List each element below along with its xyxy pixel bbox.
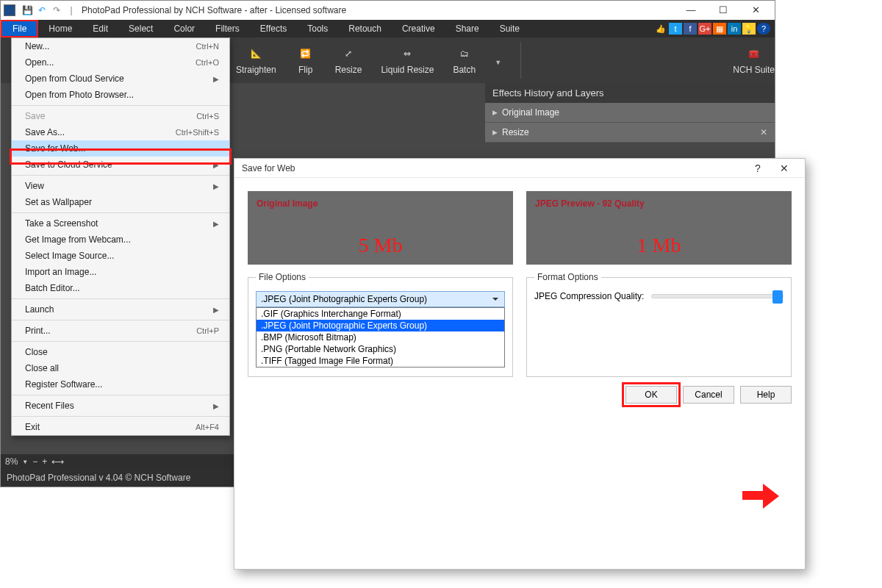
file-menu-get-image-from-webcam[interactable]: Get Image from Webcam... <box>12 232 229 248</box>
format-option[interactable]: .TIFF (Tagged Image File Format) <box>257 355 504 367</box>
help-button[interactable]: Help <box>740 386 792 404</box>
ribbon-resize[interactable]: ⤢Resize <box>335 46 362 75</box>
chevron-right-icon: ▶ <box>213 306 219 314</box>
jpeg-preview-title: JPEG Preview - 92 Quality <box>526 191 792 209</box>
titlebar-separator: | <box>65 5 78 15</box>
in-icon[interactable]: in <box>728 23 741 35</box>
dialog-titlebar: Save for Web ? ✕ <box>234 159 805 178</box>
format-option[interactable]: .GIF (Graphics Interchange Format) <box>257 308 504 320</box>
dialog-help-button[interactable]: ? <box>745 162 771 174</box>
menu-filters[interactable]: Filters <box>205 20 250 37</box>
format-option[interactable]: .JPEG (Joint Photographic Experts Group) <box>257 320 504 331</box>
like-icon[interactable]: 👍 <box>654 23 667 35</box>
file-menu-save-as[interactable]: Save As...Ctrl+Shift+S <box>12 124 229 140</box>
dialog-title: Save for Web <box>242 163 295 173</box>
menu-retouch[interactable]: Retouch <box>338 20 392 37</box>
zoom-out-button[interactable]: − <box>32 456 37 467</box>
chevron-right-icon: ▶ <box>213 182 219 190</box>
original-preview-size: 5 Mb <box>248 231 513 265</box>
liquid-resize-icon: ⇔ <box>397 46 417 62</box>
original-preview-title: Original Image <box>248 191 513 209</box>
effects-panel: Effects History and Layers ▶Original Ima… <box>485 83 775 143</box>
file-menu-close-all[interactable]: Close all <box>12 360 229 376</box>
ribbon-batch-dropdown-icon[interactable]: ▼ <box>495 54 501 66</box>
menu-effects[interactable]: Effects <box>250 20 297 37</box>
file-menu-print[interactable]: Print...Ctrl+P <box>12 323 229 339</box>
menu-suite[interactable]: Suite <box>490 20 530 37</box>
file-menu-set-as-wallpaper[interactable]: Set as Wallpaper <box>12 194 229 210</box>
chevron-right-icon: ▶ <box>213 161 219 169</box>
menu-creative[interactable]: Creative <box>392 20 445 37</box>
file-menu-close[interactable]: Close <box>12 344 229 360</box>
bulb-icon[interactable]: 💡 <box>742 23 756 35</box>
menu-tools[interactable]: Tools <box>297 20 338 37</box>
maximize-button[interactable]: ☐ <box>707 1 739 19</box>
file-options-fieldset: File Options .JPEG (Joint Photographic E… <box>248 272 513 377</box>
close-button[interactable]: ✕ <box>739 1 772 19</box>
file-menu-new[interactable]: New...Ctrl+N <box>12 38 229 54</box>
quality-slider[interactable] <box>651 294 784 298</box>
effects-row-original[interactable]: ▶Original Image <box>485 103 775 123</box>
file-menu-open-from-cloud-service[interactable]: Open from Cloud Service▶ <box>12 71 229 87</box>
menu-file[interactable]: File <box>1 20 38 37</box>
menu-color[interactable]: Color <box>163 20 205 37</box>
format-listbox[interactable]: .GIF (Graphics Interchange Format).JPEG … <box>256 307 505 368</box>
undo-icon[interactable]: ↶ <box>35 5 49 15</box>
quality-label: JPEG Compression Quality: <box>534 291 644 301</box>
file-menu-view[interactable]: View▶ <box>12 178 229 194</box>
format-combo[interactable]: .JPEG (Joint Photographic Experts Group) <box>256 291 505 307</box>
slider-thumb[interactable] <box>772 290 783 304</box>
file-menu-open-from-photo-browser[interactable]: Open from Photo Browser... <box>12 87 229 103</box>
menu-edit[interactable]: Edit <box>82 20 118 37</box>
jpeg-preview-size: 1 Mb <box>526 231 792 265</box>
format-option[interactable]: .PNG (Portable Network Graphics) <box>257 343 504 355</box>
chevron-right-icon: ▶ <box>213 75 219 83</box>
zoom-in-button[interactable]: + <box>42 456 47 467</box>
original-preview: Original Image 5 Mb <box>248 191 513 265</box>
file-menu-launch[interactable]: Launch▶ <box>12 301 229 318</box>
tw-icon[interactable]: t <box>669 23 682 35</box>
minimize-button[interactable]: — <box>675 1 707 19</box>
file-menu-recent-files[interactable]: Recent Files▶ <box>12 398 229 414</box>
file-menu-save-for-web[interactable]: Save for Web... <box>12 140 229 157</box>
zoom-fit-button[interactable]: ⟷ <box>51 456 64 467</box>
file-menu-batch-editor[interactable]: Batch Editor... <box>12 280 229 296</box>
ribbon-nch-suite[interactable]: 🧰NCH Suite <box>733 46 775 75</box>
dialog-close-button[interactable]: ✕ <box>771 162 797 174</box>
flip-icon: 🔁 <box>295 46 316 62</box>
q-icon[interactable]: ? <box>757 23 770 35</box>
gp-icon[interactable]: G+ <box>698 23 711 35</box>
format-option[interactable]: .BMP (Microsoft Bitmap) <box>257 331 504 343</box>
zoom-value: 8% <box>5 456 18 467</box>
chevron-right-icon: ▶ <box>213 402 219 410</box>
effects-row-resize[interactable]: ▶Resize✕ <box>485 123 775 143</box>
sh-icon[interactable]: ▦ <box>713 23 726 35</box>
menu-share[interactable]: Share <box>445 20 490 37</box>
file-menu-import-an-image[interactable]: Import an Image... <box>12 264 229 280</box>
ribbon-divider <box>520 42 521 79</box>
file-menu-open[interactable]: Open...Ctrl+O <box>12 54 229 71</box>
fb-icon[interactable]: f <box>684 23 697 35</box>
format-options-fieldset: Format Options JPEG Compression Quality: <box>526 272 792 377</box>
effects-row-close-icon[interactable]: ✕ <box>760 127 767 137</box>
ribbon-batch[interactable]: 🗂Batch <box>453 46 476 75</box>
file-menu-exit[interactable]: ExitAlt+F4 <box>12 419 229 435</box>
file-menu-take-a-screenshot[interactable]: Take a Screenshot▶ <box>12 215 229 232</box>
app-logo-icon <box>4 4 15 16</box>
batch-icon: 🗂 <box>454 46 475 62</box>
ribbon-liquid-resize[interactable]: ⇔Liquid Resize <box>381 46 434 75</box>
redo-icon[interactable]: ↷ <box>50 5 63 15</box>
cancel-button[interactable]: Cancel <box>683 386 734 404</box>
file-menu-save-to-cloud-service[interactable]: Save to Cloud Service▶ <box>12 157 229 173</box>
file-options-label: File Options <box>256 272 309 282</box>
menu-home[interactable]: Home <box>38 20 82 37</box>
save-icon[interactable]: 💾 <box>21 5 34 15</box>
file-menu-select-image-source[interactable]: Select Image Source... <box>12 248 229 264</box>
ok-button[interactable]: OK <box>625 386 677 404</box>
zoom-dropdown-icon[interactable]: ▼ <box>22 459 28 465</box>
menu-select[interactable]: Select <box>118 20 163 37</box>
file-menu: New...Ctrl+NOpen...Ctrl+OOpen from Cloud… <box>11 37 230 436</box>
ribbon-flip[interactable]: 🔁Flip <box>295 46 316 75</box>
ribbon-straighten[interactable]: 📐Straighten <box>236 46 276 75</box>
file-menu-register-software[interactable]: Register Software... <box>12 376 229 392</box>
